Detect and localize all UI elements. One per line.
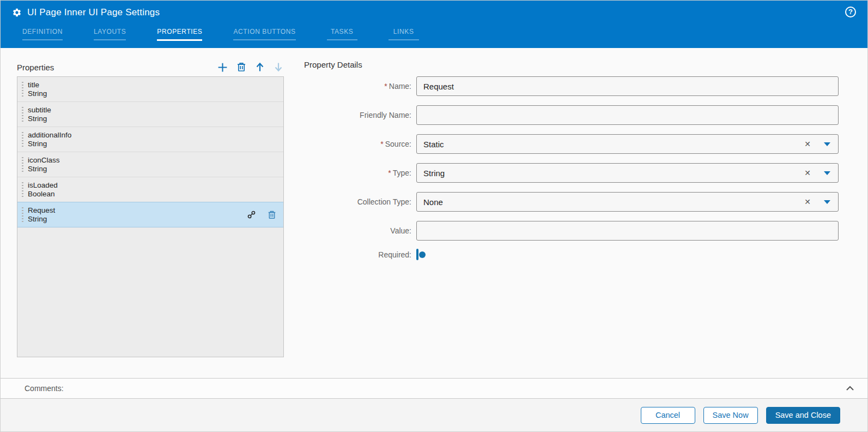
required-toggle[interactable] [416, 249, 418, 260]
collection-type-field-label: Collection Type: [304, 197, 416, 206]
value-input[interactable] [416, 221, 839, 241]
required-marker: * [384, 82, 387, 91]
tab-underline [157, 39, 202, 41]
source-select[interactable]: Static ✕ [416, 134, 839, 154]
chevron-up-icon [845, 383, 855, 394]
delete-property-button[interactable] [235, 62, 247, 73]
tab-underline [233, 39, 295, 40]
value-field-row: Value: [304, 221, 839, 241]
property-row-request[interactable]: Request String [17, 202, 283, 227]
friendly-name-field-label: Friendly Name: [304, 111, 416, 119]
plus-icon [217, 62, 228, 73]
tab-label: TASKS [331, 28, 353, 35]
property-type: String [28, 165, 60, 173]
ui-page-settings-dialog: UI Page Inner UI Page Settings ? DEFINIT… [0, 0, 868, 432]
tab-label: DEFINITION [22, 28, 63, 35]
footer-button-bar: Cancel Save Now Save and Close [1, 399, 867, 431]
property-row-text: Request String [28, 206, 55, 224]
drag-handle-icon[interactable] [22, 157, 23, 172]
move-property-up-button[interactable] [254, 62, 265, 73]
drag-handle-icon[interactable] [22, 107, 23, 122]
properties-toolbar [217, 62, 284, 73]
link-property-button[interactable] [246, 209, 257, 220]
property-type: String [28, 115, 51, 123]
property-name: Request [28, 206, 55, 215]
value-field-label: Value: [304, 226, 416, 235]
tab-label: LAYOUTS [94, 28, 126, 35]
clear-icon[interactable]: ✕ [804, 198, 811, 206]
help-icon[interactable]: ? [845, 7, 856, 17]
property-details-panel: Property Details *Name: Friendly Name: *… [304, 60, 839, 378]
arrow-up-icon [254, 62, 265, 73]
tab-properties[interactable]: PROPERTIES [151, 24, 208, 41]
tab-action-buttons[interactable]: ACTION BUTTONS [228, 24, 301, 40]
source-select-value: Static [423, 140, 804, 149]
header-title-bar: UI Page Inner UI Page Settings ? [1, 1, 867, 24]
property-name: iconClass [28, 156, 60, 165]
chevron-down-icon[interactable] [824, 171, 830, 175]
chevron-down-icon[interactable] [824, 200, 830, 204]
selected-row-actions [246, 209, 277, 220]
save-and-close-button[interactable]: Save and Close [766, 407, 840, 424]
delete-selected-property-button[interactable] [266, 209, 277, 220]
main-content: Properties [1, 48, 867, 378]
property-row-additionalinfo[interactable]: additionalInfo String [17, 127, 283, 152]
property-row-text: isLoaded Boolean [28, 181, 58, 199]
link-icon [247, 210, 256, 219]
tab-underline [389, 39, 419, 40]
property-details-title: Property Details [304, 60, 839, 69]
arrow-down-icon [273, 62, 284, 73]
property-row-iconclass[interactable]: iconClass String [17, 152, 283, 177]
friendly-name-input[interactable] [416, 105, 839, 125]
property-type: String [28, 89, 47, 98]
source-field-row: *Source: Static ✕ [304, 134, 839, 154]
chevron-down-icon[interactable] [824, 142, 830, 146]
tab-layouts[interactable]: LAYOUTS [88, 24, 131, 40]
property-row-text: additionalInfo String [28, 131, 71, 148]
trash-icon [236, 62, 247, 73]
type-field-row: *Type: String ✕ [304, 163, 839, 183]
property-name: isLoaded [28, 181, 58, 190]
dialog-title: UI Page Inner UI Page Settings [27, 7, 160, 18]
tab-links[interactable]: LINKS [383, 24, 424, 40]
property-row-title[interactable]: title String [17, 77, 283, 102]
property-name: additionalInfo [28, 131, 71, 140]
name-field-row: *Name: [304, 76, 839, 96]
property-name: title [28, 81, 47, 89]
type-select-value: String [423, 169, 804, 178]
save-now-button[interactable]: Save Now [703, 407, 758, 424]
source-field-label: *Source: [304, 140, 416, 148]
property-row-subtitle[interactable]: subtitle String [17, 102, 283, 127]
comments-bar: Comments: [1, 378, 867, 399]
required-marker: * [380, 140, 383, 148]
comments-label: Comments: [25, 384, 64, 393]
toggle-knob [419, 251, 426, 258]
type-select[interactable]: String ✕ [416, 163, 839, 183]
tab-tasks[interactable]: TASKS [321, 24, 363, 40]
property-row-text: subtitle String [28, 106, 51, 123]
property-row-isloaded[interactable]: isLoaded Boolean [17, 177, 283, 202]
drag-handle-icon[interactable] [22, 207, 23, 222]
type-field-label: *Type: [304, 169, 416, 177]
name-field-label: *Name: [304, 82, 416, 91]
add-property-button[interactable] [217, 62, 228, 73]
clear-icon[interactable]: ✕ [804, 169, 811, 177]
properties-panel-header: Properties [17, 60, 284, 74]
friendly-name-field-row: Friendly Name: [304, 105, 839, 125]
header: UI Page Inner UI Page Settings ? DEFINIT… [1, 1, 867, 48]
tab-label: LINKS [393, 28, 414, 35]
drag-handle-icon[interactable] [22, 182, 23, 197]
drag-handle-icon[interactable] [22, 82, 23, 97]
name-input[interactable] [416, 76, 839, 96]
cancel-button[interactable]: Cancel [641, 407, 695, 424]
tab-bar: DEFINITION LAYOUTS PROPERTIES ACTION BUT… [1, 24, 867, 48]
drag-handle-icon[interactable] [22, 132, 23, 147]
collection-type-select[interactable]: None ✕ [416, 192, 839, 212]
property-row-text: iconClass String [28, 156, 60, 173]
clear-icon[interactable]: ✕ [804, 140, 811, 148]
tab-label: ACTION BUTTONS [233, 28, 295, 35]
tab-definition[interactable]: DEFINITION [17, 24, 68, 40]
move-property-down-button[interactable] [272, 62, 284, 73]
comments-collapse-button[interactable] [845, 383, 855, 394]
properties-list: title String subtitle String additionalI… [17, 76, 284, 357]
